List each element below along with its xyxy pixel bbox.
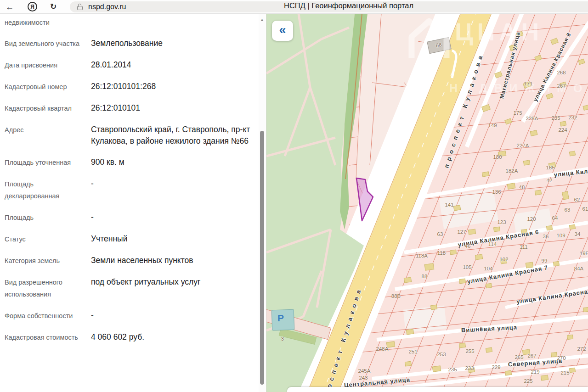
field-value: 26:12:010101:268 <box>91 81 256 93</box>
building-footprint <box>507 183 515 190</box>
field-label: Форма собственности <box>5 310 91 322</box>
map-parcel-number: 180 <box>493 154 502 160</box>
map-parcel-number: 149 <box>488 123 497 128</box>
map-parcel-number: 88 <box>422 274 428 279</box>
map-parcel-number: 64 <box>552 215 558 221</box>
map-parcel-number: 109 <box>556 233 565 238</box>
field-label: Дата присвоения <box>5 59 91 71</box>
map-parcel-number: 255 <box>465 348 474 354</box>
map-parcel-number: 235 <box>448 367 457 372</box>
field-row: Площадь декларированная- <box>5 178 256 202</box>
building-footprint <box>569 151 575 156</box>
building-footprint <box>482 172 489 177</box>
building-footprint <box>493 227 500 232</box>
map-parcel-number: 267 <box>557 83 565 89</box>
map-parcel-number: 268 <box>557 70 565 75</box>
map-parcel-number: 229 <box>492 364 500 370</box>
field-row: Площадь- <box>5 212 256 224</box>
building-footprint <box>468 229 475 235</box>
map-parcel-number: 235 <box>551 115 560 121</box>
field-value: Учтенный <box>91 233 256 245</box>
building-footprint <box>475 254 482 260</box>
building-footprint <box>486 347 492 353</box>
map-parcel-number: 243 <box>359 375 368 381</box>
map-parcel-number: 248А <box>376 346 389 352</box>
field-row: Площадь уточненная900 кв. м <box>5 157 256 168</box>
building-footprint <box>424 263 434 271</box>
chevron-left-icon: « <box>279 23 286 37</box>
building-footprint <box>430 305 437 310</box>
map-parcel-number: 267 <box>527 353 536 358</box>
field-label: Площадь декларированная <box>5 178 91 202</box>
field-row: Вид разрешенного использованияпод объект… <box>5 276 256 300</box>
field-row: СтатусУчтенный <box>5 233 256 245</box>
field-label: Площадь <box>5 212 91 224</box>
field-value: под объект ритуальных услуг <box>91 276 256 300</box>
field-value: 26:12:010101 <box>91 102 256 114</box>
map-parcel-number: 102 <box>499 257 508 262</box>
field-label: Кадастровая стоимость <box>5 331 91 343</box>
map-parcel-number: 88Б <box>391 293 401 299</box>
url-text: nspd.gov.ru <box>88 3 126 11</box>
map-parcel-number: 36 <box>543 234 549 239</box>
map-parcel-number: 219 <box>531 369 539 375</box>
field-value: - <box>91 178 256 202</box>
refresh-icon[interactable]: ↻ <box>47 1 59 13</box>
browser-logo-icon[interactable]: Я <box>28 2 37 11</box>
scroll-up-arrow-icon[interactable]: ▲ <box>260 17 265 22</box>
collapse-panel-button[interactable]: « <box>272 21 293 41</box>
map-parcel-number: 270 <box>557 355 565 361</box>
map-parcel-number: 114 <box>488 241 497 247</box>
field-label: Кадастровый номер <box>5 81 91 93</box>
building-footprint <box>569 368 575 373</box>
map-parcel-number: 123 <box>497 219 506 225</box>
map-parcel-number: 118А <box>416 253 428 258</box>
map-parcel-number: 105 <box>463 264 471 270</box>
map-parcel-number: 227А <box>517 143 529 148</box>
field-label: Статус <box>5 233 91 245</box>
building-footprint <box>530 130 537 136</box>
map-parcel-number: 171 <box>524 81 532 86</box>
field-label: Категория земель <box>5 255 91 267</box>
field-value: Землепользование <box>91 38 256 50</box>
browser-toolbar: ← Я ↻ nspd.gov.ru НСПД | Геоинформационн… <box>0 0 588 14</box>
field-row: Кадастровая стоимость4 060 602 руб. <box>5 331 256 343</box>
field-row: Вид земельного участкаЗемлепользование <box>5 38 256 50</box>
map-parcel-number: 228А <box>526 116 538 121</box>
map-parcel-number: 224 <box>558 127 567 133</box>
building-footprint <box>406 329 413 335</box>
panel-scrollbar[interactable]: ▲ <box>259 14 266 392</box>
map-parcel-number: 99 <box>542 258 548 263</box>
map-parcel-number: 118 <box>437 250 446 256</box>
scrollbar-thumb[interactable] <box>260 131 264 385</box>
map-parcel-number: 42 <box>547 178 553 183</box>
map-parcel-number: 62 <box>574 197 580 202</box>
building-footprint <box>535 190 541 195</box>
map-parcel-number: 127 <box>457 229 466 235</box>
map-parcel-number: 48 <box>519 185 525 190</box>
map-parcel-number: 272 <box>577 346 586 352</box>
page-title: НСПД | Геоинформационный портал <box>284 1 413 10</box>
field-row: Кадастровый номер26:12:010101:268 <box>5 81 256 93</box>
field-value: 900 кв. м <box>91 157 256 168</box>
building-footprint <box>541 375 548 381</box>
field-value: 28.01.2014 <box>91 59 256 71</box>
map-parcel-number: 225 <box>524 378 532 384</box>
object-details-panel: недвижимости Вид земельного участкаЗемле… <box>0 14 266 392</box>
map-parcel-number: 61 <box>582 206 588 212</box>
building-footprint <box>404 277 411 283</box>
map-parcel-number: 253 <box>437 352 446 357</box>
back-icon[interactable]: ← <box>4 1 16 13</box>
map-canvas[interactable]: ЦИАН НЕДВИЖИМОСТЬ проспект Кулаковапросп… <box>266 14 588 392</box>
address-bar[interactable]: nspd.gov.ru НСПД | Геоинформационный пор… <box>70 1 588 12</box>
field-value: Земли населенных пунктов <box>91 255 256 267</box>
building-footprint <box>560 121 566 126</box>
map-parcel-number: 3 <box>281 336 284 342</box>
building-footprint <box>459 279 465 284</box>
building-footprint <box>505 370 511 375</box>
building-footprint <box>453 205 461 211</box>
map-parcel-number: 182А <box>506 168 518 174</box>
map-parcel-number: 63 <box>565 207 571 213</box>
map-parcel-number: 215 <box>560 370 569 375</box>
field-label: Кадастровый квартал <box>5 102 91 114</box>
